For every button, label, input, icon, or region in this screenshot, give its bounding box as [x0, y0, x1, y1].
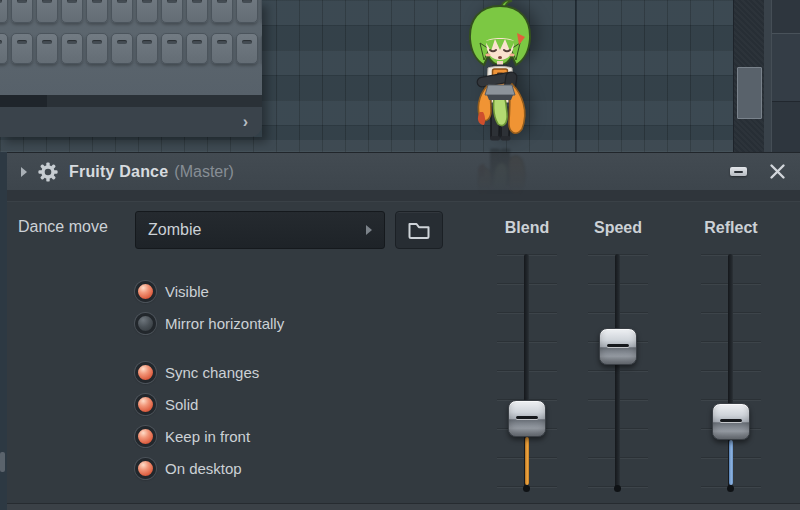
left-edge-scroll-notch[interactable]: [0, 452, 5, 472]
pad-key[interactable]: [211, 0, 233, 23]
dropdown-arrow-icon: [366, 225, 372, 235]
window-subtitle: (Master): [174, 163, 234, 181]
minimize-icon[interactable]: [730, 167, 747, 176]
pad-key[interactable]: [61, 0, 83, 23]
slider-end-dot: [523, 485, 530, 492]
checkbox-label: Solid: [165, 396, 198, 413]
pad-key[interactable]: [36, 33, 58, 64]
checkbox-mirror-horizontally[interactable]: Mirror horizontally: [135, 312, 284, 334]
pad-key[interactable]: [186, 0, 208, 23]
open-folder-button[interactable]: [395, 211, 443, 249]
checkbox-on-desktop[interactable]: On desktop: [135, 457, 242, 479]
expand-chevron-icon[interactable]: ›: [243, 111, 248, 133]
window-content: Dance move Zombie Visible Mirror horizon…: [7, 201, 800, 504]
plugin-settings-gear-icon[interactable]: [38, 162, 58, 182]
pad-key[interactable]: [86, 33, 108, 64]
scrollbar-thumb[interactable]: [737, 67, 762, 119]
pad-key[interactable]: [161, 33, 183, 64]
checkbox-solid[interactable]: Solid: [135, 393, 198, 415]
playlist-bottom-row: [0, 140, 733, 152]
left-edge-strip: [0, 152, 7, 510]
pad-key[interactable]: [86, 0, 108, 23]
pad-key[interactable]: [261, 0, 262, 23]
checkbox-label: Keep in front: [165, 428, 250, 445]
pad-key[interactable]: [136, 0, 158, 23]
checkbox-keep-in-front[interactable]: Keep in front: [135, 425, 250, 447]
slider-track[interactable]: [615, 254, 620, 488]
checkbox-label: Mirror horizontally: [165, 315, 284, 332]
reflect-slider: Reflect: [701, 201, 761, 501]
pad-key[interactable]: [36, 0, 58, 23]
playlist-scrollbar[interactable]: [733, 0, 764, 152]
pad-key[interactable]: [261, 33, 262, 64]
checkbox-label: On desktop: [165, 460, 242, 477]
pad-key[interactable]: [111, 33, 133, 64]
pad-key[interactable]: [0, 33, 8, 64]
led-icon[interactable]: [135, 313, 156, 334]
right-edge-panel: [764, 0, 800, 152]
window-bottom-strip: [7, 503, 800, 510]
slider-end-dot: [727, 485, 734, 492]
slider-fill: [525, 437, 529, 485]
slider-label: Reflect: [701, 219, 761, 237]
keys-window-divider: [0, 95, 262, 107]
right-scrollbar-segment[interactable]: [772, 33, 800, 102]
checkbox-label: Visible: [165, 283, 209, 300]
pad-key[interactable]: [11, 33, 33, 64]
folder-icon: [407, 221, 431, 240]
led-icon[interactable]: [135, 281, 156, 302]
led-icon[interactable]: [135, 426, 156, 447]
fl-studio-screen: ›: [0, 0, 800, 510]
slider-label: Speed: [588, 219, 648, 237]
fruity-dance-window: Fruity Dance (Master) Dance move Zombie: [7, 152, 800, 510]
dance-move-value: Zombie: [148, 221, 366, 239]
pad-key[interactable]: [211, 33, 233, 64]
pad-key[interactable]: [61, 33, 83, 64]
slider-fill: [729, 440, 733, 485]
speed-slider: Speed: [588, 201, 648, 501]
checkbox-label: Sync changes: [165, 364, 259, 381]
checkbox-visible[interactable]: Visible: [135, 280, 209, 302]
blend-slider-handle[interactable]: [508, 400, 546, 437]
keys-window-footer: ›: [0, 107, 262, 137]
background-keys-window: ›: [0, 0, 262, 137]
pad-key[interactable]: [236, 33, 258, 64]
dancing-character[interactable]: [450, 0, 550, 148]
led-icon[interactable]: [135, 458, 156, 479]
dance-move-select[interactable]: Zombie: [135, 211, 385, 249]
speed-slider-handle[interactable]: [599, 328, 637, 365]
window-titlebar[interactable]: Fruity Dance (Master): [7, 153, 800, 190]
close-icon[interactable]: [769, 163, 786, 180]
blend-slider: Blend: [497, 201, 557, 501]
led-icon[interactable]: [135, 362, 156, 383]
window-title: Fruity Dance: [69, 163, 168, 181]
pad-key[interactable]: [236, 0, 258, 23]
reflect-slider-handle[interactable]: [712, 403, 750, 440]
checkbox-sync-changes[interactable]: Sync changes: [135, 361, 259, 383]
pad-key[interactable]: [161, 0, 183, 23]
pad-key[interactable]: [0, 0, 8, 23]
dance-move-label: Dance move: [18, 218, 108, 236]
playlist-barline: [575, 0, 577, 152]
pad-keys-area: [0, 0, 262, 95]
slider-label: Blend: [497, 219, 557, 237]
pad-key[interactable]: [111, 0, 133, 23]
collapse-arrow-icon[interactable]: [21, 167, 27, 177]
pad-key[interactable]: [186, 33, 208, 64]
led-icon[interactable]: [135, 394, 156, 415]
pad-key[interactable]: [11, 0, 33, 23]
pad-key[interactable]: [136, 33, 158, 64]
slider-end-dot: [614, 485, 621, 492]
